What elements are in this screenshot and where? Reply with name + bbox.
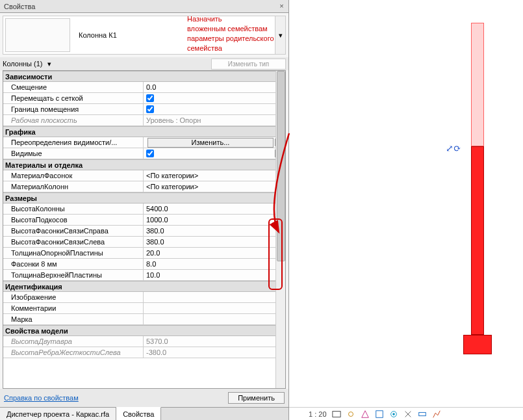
panel-footer: Справка по свойствам Применить — [0, 389, 288, 407]
param-row: ВысотаРебраЖесткостиСлева — [3, 347, 285, 358]
properties-panel: Свойства × Колонна К1 ▾ Колонны (1) ▾ Из… — [0, 0, 289, 420]
tab-properties[interactable]: Свойства — [116, 407, 161, 420]
param-value-cell — [144, 314, 285, 324]
tab-project-browser[interactable]: Диспетчер проекта - Каркас.rfa — [0, 408, 116, 420]
param-value-cell — [144, 170, 285, 181]
param-value-cell — [144, 115, 285, 125]
param-input[interactable] — [146, 172, 275, 179]
param-row: МатериалФасонок — [3, 170, 285, 181]
instance-filter-row: Колонны (1) ▾ Изменить тип — [0, 57, 288, 70]
vertical-scrollbar[interactable] — [275, 71, 285, 388]
param-name: Смещение — [3, 82, 144, 92]
param-input[interactable] — [146, 271, 275, 279]
param-value-cell: Изменить... — [144, 137, 285, 148]
param-value-cell — [144, 226, 285, 236]
param-value-cell — [144, 292, 285, 302]
param-input[interactable] — [146, 205, 275, 213]
param-input[interactable] — [146, 83, 276, 91]
param-value-cell — [144, 93, 285, 103]
param-name: ВысотаФасонкиСвязиСлева — [3, 237, 144, 247]
param-input[interactable] — [146, 249, 275, 257]
panel-header: Свойства × — [0, 0, 288, 13]
param-input[interactable] — [146, 238, 275, 246]
param-value-cell — [144, 259, 285, 269]
type-dropdown-icon[interactable]: ▾ — [275, 16, 285, 54]
param-name: МатериалФасонок — [3, 170, 144, 181]
param-name: ВысотаКолонны — [3, 203, 144, 214]
param-value-cell — [144, 104, 285, 114]
param-name: ВысотаПодкосов — [3, 215, 144, 225]
param-name: ВысотаРебраЖесткостиСлева — [3, 347, 144, 358]
param-checkbox[interactable] — [146, 150, 154, 157]
column-element[interactable] — [465, 23, 491, 354]
reveal-hidden-icon[interactable] — [403, 410, 413, 419]
param-checkbox[interactable] — [146, 105, 154, 113]
param-input[interactable] — [146, 293, 276, 301]
crop-icon[interactable] — [375, 410, 384, 419]
param-input[interactable] — [146, 260, 275, 268]
param-row: Видимые — [3, 148, 285, 159]
group-label: Материалы и отделка — [3, 161, 276, 169]
param-value-cell — [144, 203, 285, 214]
scrollbar-thumb[interactable] — [277, 71, 285, 261]
group-header[interactable]: Зависимости⌃ — [3, 71, 285, 82]
group-header[interactable]: Графика⌃ — [3, 126, 285, 137]
param-row: Переопределения видимости/...Изменить... — [3, 137, 285, 148]
param-name: Перемещать с сеткой — [3, 93, 144, 103]
svg-rect-0 — [332, 411, 340, 417]
param-value-cell — [144, 148, 285, 159]
param-value-cell — [144, 248, 285, 258]
edit-type-button[interactable]: Изменить тип — [211, 59, 286, 70]
group-header[interactable]: Материалы и отделка⌃ — [3, 159, 285, 170]
param-name: Рабочая плоскость — [3, 115, 144, 125]
param-input — [146, 348, 276, 356]
param-checkbox[interactable] — [146, 94, 154, 102]
param-value-cell — [144, 270, 285, 280]
scale-label[interactable]: 1 : 20 — [309, 410, 327, 418]
param-input[interactable] — [146, 315, 275, 323]
svg-point-1 — [348, 412, 353, 416]
param-row: Марка — [3, 314, 285, 325]
close-icon[interactable]: × — [277, 2, 286, 10]
param-row: ВысотаКолонны — [3, 203, 285, 215]
group-label: Свойства модели — [3, 327, 276, 335]
param-input[interactable] — [146, 227, 275, 235]
svg-rect-5 — [418, 412, 426, 415]
group-header[interactable]: Идентификация⌃ — [3, 281, 285, 292]
group-header[interactable]: Свойства модели⌃ — [3, 325, 285, 336]
visual-style-icon[interactable] — [332, 410, 341, 419]
param-row: Граница помещения — [3, 104, 285, 115]
hide-isolate-icon[interactable] — [389, 410, 398, 419]
param-name: Комментарии — [3, 303, 144, 313]
param-row: Изображение — [3, 292, 285, 303]
3d-viewport[interactable]: ⤢⟳ — [289, 0, 523, 420]
param-row: Комментарии — [3, 303, 285, 314]
param-row: ВысотаПодкосов — [3, 215, 285, 226]
help-link[interactable]: Справка по свойствам — [4, 394, 79, 402]
param-input[interactable] — [146, 183, 275, 190]
param-edit-button[interactable]: Изменить... — [147, 138, 274, 148]
param-name: МатериалКолонн — [3, 181, 144, 192]
group-header[interactable]: Размеры⌃ — [3, 192, 285, 203]
param-input — [146, 337, 276, 345]
sun-path-icon[interactable] — [346, 410, 355, 419]
panel-title: Свойства — [4, 3, 35, 10]
instance-filter-label[interactable]: Колонны (1) ▾ — [3, 60, 209, 68]
param-name: ВысотаФасонкиСвязиСправа — [3, 226, 144, 236]
type-selector[interactable]: Колонна К1 ▾ — [3, 16, 286, 55]
apply-button[interactable]: Применить — [228, 392, 285, 404]
group-label: Размеры — [3, 194, 276, 202]
panel-tabs: Диспетчер проекта - Каркас.rfa Свойства — [0, 407, 288, 420]
param-input[interactable] — [146, 216, 275, 224]
chevron-down-icon: ▾ — [47, 60, 51, 68]
view-control-bar: 1 : 20 — [289, 407, 523, 420]
viewcube-widget[interactable]: ⤢⟳ — [446, 143, 461, 153]
param-input[interactable] — [146, 304, 275, 312]
constraints-icon[interactable] — [418, 410, 427, 419]
param-value-cell — [144, 82, 285, 92]
column-base-plate — [463, 335, 492, 354]
shadows-icon[interactable] — [361, 410, 370, 419]
param-value-cell — [144, 336, 285, 347]
analytical-icon[interactable] — [432, 410, 441, 419]
param-name: Переопределения видимости/... — [3, 137, 144, 148]
